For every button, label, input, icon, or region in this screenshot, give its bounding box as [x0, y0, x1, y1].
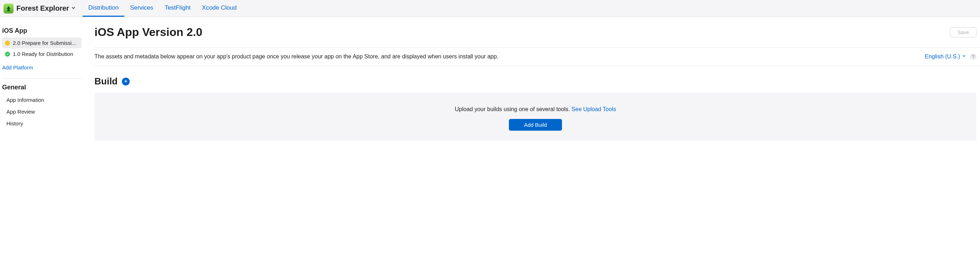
status-pending-icon	[5, 41, 10, 46]
nav-tabs: Distribution Services TestFlight Xcode C…	[83, 0, 242, 17]
plus-icon	[124, 78, 128, 85]
sidebar-platform-heading: iOS App	[2, 27, 82, 37]
build-section-title: Build	[94, 76, 118, 87]
see-upload-tools-link[interactable]: See Upload Tools	[572, 106, 616, 112]
help-icon[interactable]: ?	[970, 54, 977, 60]
top-bar: Forest Explorer Distribution Services Te…	[0, 0, 980, 17]
info-row: The assets and metadata below appear on …	[94, 48, 980, 66]
add-platform-link[interactable]: Add Platform	[2, 59, 82, 73]
build-instructions: Upload your builds using one of several …	[94, 106, 977, 112]
app-name: Forest Explorer	[16, 4, 69, 13]
info-text: The assets and metadata below appear on …	[94, 54, 498, 60]
tab-services[interactable]: Services	[124, 0, 159, 17]
add-build-icon-button[interactable]	[122, 78, 130, 86]
build-section-header: Build	[94, 76, 980, 87]
sidebar: iOS App 2.0 Prepare for Submissi... 1.0 …	[0, 17, 84, 141]
build-upload-text: Upload your builds using one of several …	[455, 106, 571, 112]
add-build-button[interactable]: Add Build	[509, 119, 562, 131]
tab-testflight[interactable]: TestFlight	[159, 0, 196, 17]
app-switcher[interactable]: Forest Explorer	[16, 4, 76, 13]
sidebar-version-label: 2.0 Prepare for Submissi...	[13, 40, 76, 46]
tab-xcode-cloud[interactable]: Xcode Cloud	[196, 0, 242, 17]
sidebar-item-history[interactable]: History	[2, 117, 82, 129]
sidebar-version-label: 1.0 Ready for Distribution	[13, 51, 73, 57]
tab-distribution[interactable]: Distribution	[83, 0, 124, 17]
page-header: iOS App Version 2.0 Save	[94, 25, 980, 39]
main-content: iOS App Version 2.0 Save The assets and …	[84, 17, 980, 141]
chevron-down-icon	[70, 5, 76, 12]
page-title: iOS App Version 2.0	[94, 25, 202, 39]
sidebar-item-app-review[interactable]: App Review	[2, 106, 82, 117]
build-panel: Upload your builds using one of several …	[94, 93, 977, 141]
sidebar-divider	[2, 78, 82, 79]
save-button[interactable]: Save	[950, 27, 977, 37]
language-label: English (U.S.)	[925, 54, 960, 60]
sidebar-item-app-information[interactable]: App Information	[2, 94, 82, 106]
chevron-down-icon	[961, 54, 966, 60]
status-ready-icon	[5, 52, 10, 57]
sidebar-version-item[interactable]: 2.0 Prepare for Submissi...	[2, 37, 82, 48]
language-dropdown[interactable]: English (U.S.)	[925, 54, 966, 60]
sidebar-general-heading: General	[2, 84, 82, 94]
sidebar-version-item[interactable]: 1.0 Ready for Distribution	[2, 48, 82, 59]
app-icon	[3, 3, 14, 14]
language-picker: English (U.S.) ?	[925, 54, 977, 60]
